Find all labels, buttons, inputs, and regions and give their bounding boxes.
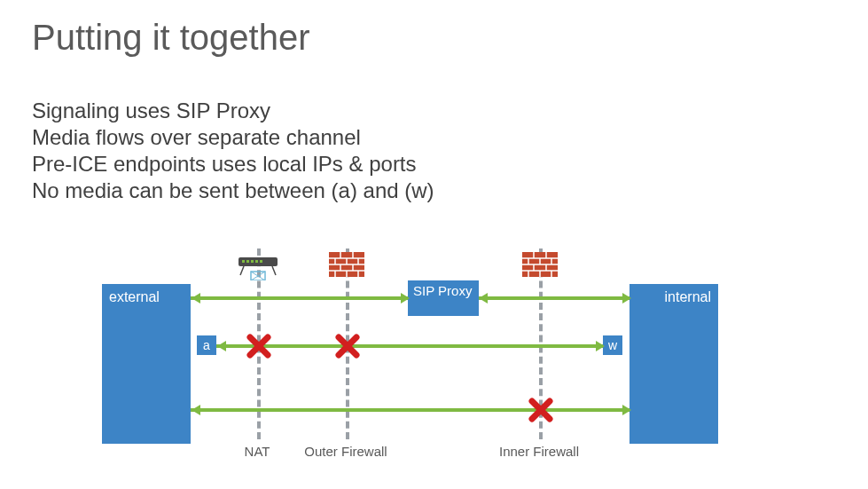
internal-label: internal [665, 289, 711, 305]
svg-rect-1 [242, 260, 245, 263]
router-icon [237, 254, 279, 280]
signaling-line-external-sip [191, 296, 408, 300]
arrow-left-icon [192, 405, 200, 415]
network-diagram: external internal SIP Proxy a w NAT Oute… [0, 248, 868, 479]
nat-label: NAT [213, 444, 301, 459]
svg-rect-5 [260, 260, 262, 263]
internal-block: internal [629, 284, 718, 444]
block-x-icon [246, 334, 271, 359]
arrow-right-icon [622, 405, 631, 415]
block-x-icon [528, 398, 553, 422]
media-line-blocked [216, 344, 603, 348]
arrow-left-icon [217, 341, 226, 351]
arrow-left-icon [479, 293, 488, 304]
block-x-icon [335, 334, 360, 359]
bullet-1: Signaling uses SIP Proxy [32, 98, 434, 124]
bullet-2: Media flows over separate channel [32, 124, 434, 151]
slide-title: Putting it together [32, 18, 310, 58]
external-label: external [109, 289, 160, 305]
external-block: external [102, 284, 191, 444]
arrow-right-icon [596, 341, 605, 351]
inner-firewall-label: Inner Firewall [495, 444, 583, 459]
svg-rect-2 [246, 260, 249, 263]
outer-firewall-icon [329, 252, 364, 277]
svg-rect-4 [255, 260, 258, 263]
inner-firewall-icon [522, 252, 558, 277]
bullet-3: Pre-ICE endpoints uses local IPs & ports [32, 151, 434, 177]
sip-proxy-label: SIP Proxy [413, 283, 472, 298]
svg-rect-3 [251, 260, 254, 263]
arrow-left-icon [192, 293, 200, 304]
sip-proxy-block: SIP Proxy [408, 280, 479, 316]
slide-bullets: Signaling uses SIP Proxy Media flows ove… [32, 98, 434, 204]
endpoint-a: a [197, 335, 216, 355]
signaling-line-sip-internal [479, 296, 629, 300]
endpoint-w: w [603, 335, 622, 355]
arrow-right-icon [622, 293, 631, 304]
arrow-right-icon [401, 293, 410, 304]
svg-line-6 [240, 266, 244, 275]
svg-line-7 [272, 266, 276, 275]
media-line-bottom [191, 408, 629, 412]
outer-firewall-label: Outer Firewall [301, 444, 390, 459]
bullet-4: No media can be sent between (a) and (w) [32, 177, 434, 204]
